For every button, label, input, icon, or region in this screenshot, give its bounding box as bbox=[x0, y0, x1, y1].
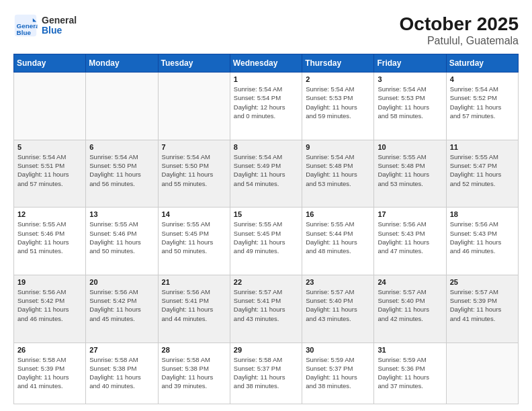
day-number: 3 bbox=[378, 75, 442, 83]
day-number: 4 bbox=[450, 75, 515, 83]
calendar-cell: 23Sunrise: 5:57 AM Sunset: 5:40 PM Dayli… bbox=[302, 275, 374, 342]
calendar-cell bbox=[14, 73, 86, 140]
calendar-cell: 21Sunrise: 5:56 AM Sunset: 5:41 PM Dayli… bbox=[158, 275, 230, 342]
col-friday: Friday bbox=[374, 54, 446, 73]
calendar-cell bbox=[86, 73, 158, 140]
day-info: Sunrise: 5:56 AM Sunset: 5:41 PM Dayligh… bbox=[162, 287, 226, 323]
calendar-table: Sunday Monday Tuesday Wednesday Thursday… bbox=[13, 54, 519, 404]
calendar-cell: 15Sunrise: 5:55 AM Sunset: 5:45 PM Dayli… bbox=[230, 208, 302, 275]
day-info: Sunrise: 5:59 AM Sunset: 5:37 PM Dayligh… bbox=[306, 355, 370, 391]
calendar-week-2: 5Sunrise: 5:54 AM Sunset: 5:51 PM Daylig… bbox=[14, 140, 519, 208]
day-info: Sunrise: 5:56 AM Sunset: 5:42 PM Dayligh… bbox=[17, 287, 82, 323]
col-sunday: Sunday bbox=[14, 54, 86, 73]
calendar-cell: 24Sunrise: 5:57 AM Sunset: 5:40 PM Dayli… bbox=[374, 275, 446, 342]
calendar-cell: 19Sunrise: 5:56 AM Sunset: 5:42 PM Dayli… bbox=[14, 275, 86, 342]
day-number: 23 bbox=[306, 278, 370, 286]
calendar-cell: 9Sunrise: 5:54 AM Sunset: 5:48 PM Daylig… bbox=[302, 140, 374, 208]
calendar-cell bbox=[158, 73, 230, 140]
calendar-cell: 30Sunrise: 5:59 AM Sunset: 5:37 PM Dayli… bbox=[302, 342, 374, 404]
calendar-week-3: 12Sunrise: 5:55 AM Sunset: 5:46 PM Dayli… bbox=[14, 208, 519, 275]
day-info: Sunrise: 5:54 AM Sunset: 5:50 PM Dayligh… bbox=[89, 152, 154, 188]
day-number: 11 bbox=[450, 143, 515, 151]
day-number: 15 bbox=[234, 210, 298, 218]
calendar-cell: 29Sunrise: 5:58 AM Sunset: 5:37 PM Dayli… bbox=[230, 342, 302, 404]
calendar-cell: 8Sunrise: 5:54 AM Sunset: 5:49 PM Daylig… bbox=[230, 140, 302, 208]
day-info: Sunrise: 5:57 AM Sunset: 5:41 PM Dayligh… bbox=[234, 287, 298, 323]
calendar-week-5: 26Sunrise: 5:58 AM Sunset: 5:39 PM Dayli… bbox=[14, 342, 519, 404]
day-info: Sunrise: 5:54 AM Sunset: 5:53 PM Dayligh… bbox=[306, 85, 370, 120]
day-info: Sunrise: 5:59 AM Sunset: 5:36 PM Dayligh… bbox=[378, 355, 442, 391]
calendar-cell: 20Sunrise: 5:56 AM Sunset: 5:42 PM Dayli… bbox=[86, 275, 158, 342]
day-info: Sunrise: 5:57 AM Sunset: 5:40 PM Dayligh… bbox=[306, 287, 370, 323]
calendar-cell: 28Sunrise: 5:58 AM Sunset: 5:38 PM Dayli… bbox=[158, 342, 230, 404]
day-info: Sunrise: 5:58 AM Sunset: 5:39 PM Dayligh… bbox=[17, 355, 82, 391]
calendar-cell: 27Sunrise: 5:58 AM Sunset: 5:38 PM Dayli… bbox=[86, 342, 158, 404]
day-info: Sunrise: 5:55 AM Sunset: 5:45 PM Dayligh… bbox=[162, 220, 226, 255]
day-info: Sunrise: 5:54 AM Sunset: 5:52 PM Dayligh… bbox=[450, 85, 515, 120]
day-number: 7 bbox=[162, 143, 226, 151]
day-info: Sunrise: 5:54 AM Sunset: 5:49 PM Dayligh… bbox=[234, 152, 298, 188]
day-number: 14 bbox=[162, 210, 226, 218]
calendar-cell: 5Sunrise: 5:54 AM Sunset: 5:51 PM Daylig… bbox=[14, 140, 86, 208]
day-number: 24 bbox=[378, 278, 442, 286]
day-info: Sunrise: 5:54 AM Sunset: 5:54 PM Dayligh… bbox=[234, 85, 298, 120]
calendar-cell: 31Sunrise: 5:59 AM Sunset: 5:36 PM Dayli… bbox=[374, 342, 446, 404]
day-number: 13 bbox=[89, 210, 154, 218]
calendar-week-4: 19Sunrise: 5:56 AM Sunset: 5:42 PM Dayli… bbox=[14, 275, 519, 342]
col-tuesday: Tuesday bbox=[158, 54, 230, 73]
day-number: 9 bbox=[306, 143, 370, 151]
calendar-header-row: Sunday Monday Tuesday Wednesday Thursday… bbox=[14, 54, 519, 73]
day-info: Sunrise: 5:57 AM Sunset: 5:40 PM Dayligh… bbox=[378, 287, 442, 323]
day-number: 20 bbox=[89, 278, 154, 286]
day-number: 21 bbox=[162, 278, 226, 286]
day-number: 30 bbox=[306, 346, 370, 354]
svg-text:Blue: Blue bbox=[17, 29, 32, 36]
logo-text: General Blue bbox=[42, 15, 77, 36]
calendar-cell: 11Sunrise: 5:55 AM Sunset: 5:47 PM Dayli… bbox=[446, 140, 518, 208]
day-info: Sunrise: 5:55 AM Sunset: 5:48 PM Dayligh… bbox=[378, 152, 442, 188]
logo: General Blue General Blue bbox=[13, 13, 77, 38]
title-block: October 2025 Patulul, Guatemala bbox=[400, 13, 519, 47]
calendar-cell: 25Sunrise: 5:57 AM Sunset: 5:39 PM Dayli… bbox=[446, 275, 518, 342]
calendar-cell: 12Sunrise: 5:55 AM Sunset: 5:46 PM Dayli… bbox=[14, 208, 86, 275]
day-number: 29 bbox=[234, 346, 298, 354]
day-number: 1 bbox=[234, 75, 298, 83]
day-info: Sunrise: 5:56 AM Sunset: 5:43 PM Dayligh… bbox=[378, 220, 442, 255]
day-info: Sunrise: 5:56 AM Sunset: 5:42 PM Dayligh… bbox=[89, 287, 154, 323]
calendar-cell: 17Sunrise: 5:56 AM Sunset: 5:43 PM Dayli… bbox=[374, 208, 446, 275]
page: General Blue General Blue October 2025 P… bbox=[0, 0, 532, 411]
header: General Blue General Blue October 2025 P… bbox=[13, 13, 519, 47]
day-number: 17 bbox=[378, 210, 442, 218]
day-number: 16 bbox=[306, 210, 370, 218]
day-info: Sunrise: 5:54 AM Sunset: 5:48 PM Dayligh… bbox=[306, 152, 370, 188]
calendar-cell: 14Sunrise: 5:55 AM Sunset: 5:45 PM Dayli… bbox=[158, 208, 230, 275]
day-number: 31 bbox=[378, 346, 442, 354]
col-thursday: Thursday bbox=[302, 54, 374, 73]
day-number: 2 bbox=[306, 75, 370, 83]
day-info: Sunrise: 5:55 AM Sunset: 5:47 PM Dayligh… bbox=[450, 152, 515, 188]
calendar-cell: 13Sunrise: 5:55 AM Sunset: 5:46 PM Dayli… bbox=[86, 208, 158, 275]
calendar-cell: 10Sunrise: 5:55 AM Sunset: 5:48 PM Dayli… bbox=[374, 140, 446, 208]
calendar-cell: 26Sunrise: 5:58 AM Sunset: 5:39 PM Dayli… bbox=[14, 342, 86, 404]
day-number: 22 bbox=[234, 278, 298, 286]
calendar-title: October 2025 bbox=[400, 13, 519, 35]
day-number: 5 bbox=[17, 143, 82, 151]
calendar-cell: 1Sunrise: 5:54 AM Sunset: 5:54 PM Daylig… bbox=[230, 73, 302, 140]
calendar-cell: 7Sunrise: 5:54 AM Sunset: 5:50 PM Daylig… bbox=[158, 140, 230, 208]
day-number: 19 bbox=[17, 278, 82, 286]
calendar-cell: 2Sunrise: 5:54 AM Sunset: 5:53 PM Daylig… bbox=[302, 73, 374, 140]
day-number: 25 bbox=[450, 278, 515, 286]
day-info: Sunrise: 5:54 AM Sunset: 5:50 PM Dayligh… bbox=[162, 152, 226, 188]
calendar-subtitle: Patulul, Guatemala bbox=[400, 35, 519, 47]
col-saturday: Saturday bbox=[446, 54, 518, 73]
logo-line1: General bbox=[42, 15, 77, 26]
calendar-cell: 16Sunrise: 5:55 AM Sunset: 5:44 PM Dayli… bbox=[302, 208, 374, 275]
day-number: 12 bbox=[17, 210, 82, 218]
day-number: 27 bbox=[89, 346, 154, 354]
calendar-cell: 22Sunrise: 5:57 AM Sunset: 5:41 PM Dayli… bbox=[230, 275, 302, 342]
day-info: Sunrise: 5:58 AM Sunset: 5:37 PM Dayligh… bbox=[234, 355, 298, 391]
day-info: Sunrise: 5:55 AM Sunset: 5:44 PM Dayligh… bbox=[306, 220, 370, 255]
day-number: 10 bbox=[378, 143, 442, 151]
col-wednesday: Wednesday bbox=[230, 54, 302, 73]
day-number: 28 bbox=[162, 346, 226, 354]
